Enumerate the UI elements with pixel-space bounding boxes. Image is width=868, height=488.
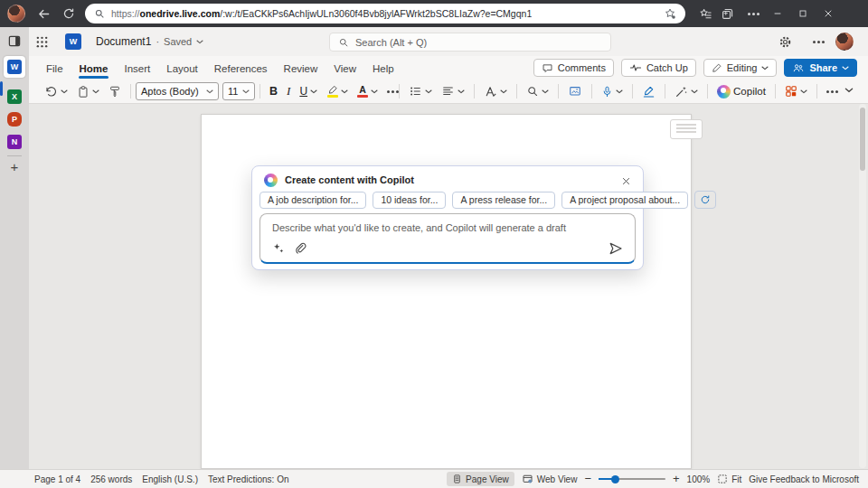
zoom-slider[interactable] [599,478,665,480]
tab-home[interactable]: Home [71,58,117,80]
comments-button[interactable]: Comments [533,59,614,77]
word-count[interactable]: 256 words [90,474,132,484]
copilot-prompt-input[interactable]: Describe what you'd like to create, and … [259,213,636,264]
rail-item-word[interactable]: W [4,56,25,78]
share-button[interactable]: Share [784,59,857,77]
dictate-button[interactable] [597,81,627,101]
undo-icon [44,85,58,99]
chevron-down-icon [691,89,698,94]
bookmark-button[interactable] [664,7,676,20]
rail-item-excel[interactable]: X [7,89,22,104]
tab-references[interactable]: References [206,58,276,80]
tab-help[interactable]: Help [364,58,402,80]
favorites-button[interactable] [694,3,716,24]
bold-button[interactable]: B [265,81,282,101]
add-ins-button[interactable] [780,81,812,101]
close-button[interactable] [816,3,841,24]
browser-profile-avatar[interactable] [7,5,25,23]
document-title-group[interactable]: Document1 · Saved [96,35,203,48]
collections-button[interactable] [716,3,738,24]
refresh-suggestions-button[interactable] [694,191,716,209]
magic-wand-icon [675,85,688,99]
settings-button[interactable] [774,31,796,52]
address-bar[interactable]: https://onedrive.live.com/:w:/t/EaCKkPs6… [85,4,685,23]
zoom-in-button[interactable]: + [673,474,680,483]
font-name-select[interactable]: Aptos (Body) [136,82,219,100]
language-selector[interactable]: English (U.S.) [142,474,198,484]
vertical-scrollbar[interactable] [859,104,866,468]
editor-button[interactable] [637,81,660,101]
font-size-select[interactable]: 11 [222,82,255,100]
m365-sidebar-toggle[interactable] [7,34,22,48]
tab-insert[interactable]: Insert [116,58,158,80]
styles-button[interactable] [479,81,512,101]
zoom-slider-thumb[interactable] [611,475,619,483]
minimize-button[interactable] [765,3,790,24]
font-color-button[interactable]: A [353,81,382,101]
tab-layout[interactable]: Layout [158,58,206,80]
feedback-link[interactable]: Give Feedback to Microsoft [749,474,859,484]
suggestion-chip[interactable]: 10 ideas for... [373,192,446,209]
page-count[interactable]: Page 1 of 4 [34,474,80,484]
find-button[interactable] [522,81,553,101]
ai-sparkle-icon[interactable] [272,242,285,255]
rail-add-app-button[interactable]: + [11,161,19,174]
account-avatar[interactable] [835,33,854,51]
tab-view[interactable]: View [326,58,364,80]
suggestion-chip[interactable]: A job description for... [259,192,366,209]
tab-file[interactable]: File [38,58,71,80]
toolbar-divider [516,84,517,99]
catch-up-button[interactable]: Catch Up [621,59,696,77]
quick-toolbar: Aptos (Body) 11 B I U A [29,80,868,104]
paste-button[interactable] [72,81,104,101]
refresh-button[interactable] [58,3,80,24]
app-launcher-button[interactable] [31,31,52,52]
toolbar-overflow-button[interactable] [822,81,834,101]
text-predictions-toggle[interactable]: Text Predictions: On [208,474,288,484]
bullets-button[interactable] [404,81,437,101]
highlight-button[interactable] [322,81,353,101]
collapse-ribbon-button[interactable] [844,88,854,93]
rail-item-onenote[interactable]: N [7,135,22,149]
back-arrow-icon [37,7,51,21]
toolbar-divider [259,84,260,99]
browser-menu-button[interactable] [738,3,760,24]
editing-mode-button[interactable]: Editing [703,59,778,77]
image-search-button[interactable] [563,81,587,101]
word-tile-letter: W [70,37,78,46]
alignment-button[interactable] [437,81,469,101]
font-color-glyph: A [359,85,366,94]
italic-button[interactable]: I [282,81,295,101]
font-options-overflow-button[interactable] [382,81,394,101]
paperclip-icon[interactable] [294,242,307,255]
suggestion-chip[interactable]: A project proposal about... [561,192,688,209]
back-button[interactable] [33,3,54,24]
rail-item-powerpoint[interactable]: P [7,112,22,127]
page-view-button[interactable]: Page View [447,472,514,486]
collapsed-comment-card[interactable] [670,119,703,139]
search-input[interactable]: Search (Alt + Q) [329,33,611,52]
copilot-dialog-close-button[interactable] [618,173,634,189]
align-left-icon [441,85,455,98]
excel-letter: X [12,92,17,101]
fit-button[interactable]: Fit [717,474,741,484]
auto-format-button[interactable] [670,81,703,101]
zoom-out-button[interactable]: − [584,474,591,483]
undo-button[interactable] [40,81,72,101]
tab-review[interactable]: Review [276,58,326,80]
zoom-level[interactable]: 100% [687,474,711,484]
web-view-button[interactable]: Web View [522,474,578,484]
underline-button[interactable]: U [295,81,322,101]
format-painter-button[interactable] [104,81,126,101]
scrollbar-thumb[interactable] [860,108,865,171]
maximize-button[interactable] [790,3,816,24]
save-status: Saved [164,36,192,47]
onenote-letter: N [12,137,18,146]
search-icon [338,37,349,48]
send-button[interactable] [609,241,623,256]
chevron-down-icon [542,89,549,94]
suggestion-chip[interactable]: A press release for... [452,192,555,209]
header-more-button[interactable] [803,31,825,52]
copilot-button[interactable]: Copilot [712,81,770,101]
chevron-down-icon [196,40,203,44]
